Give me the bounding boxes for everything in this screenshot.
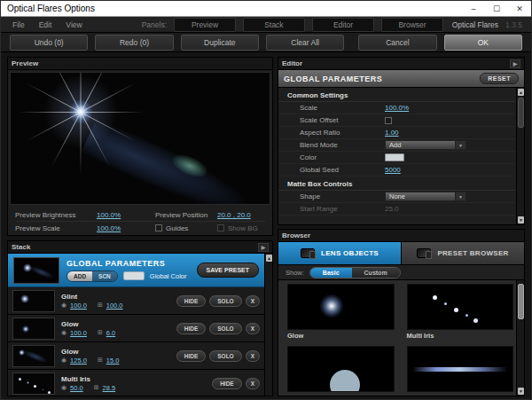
preview-scale-value[interactable]: 100.0% — [97, 224, 143, 232]
stack-header-label: Stack — [12, 243, 30, 251]
stack-item-info: Glow ◉ 100.0 ⊞ 6.0 — [61, 320, 170, 337]
lens-object-partial-2[interactable] — [407, 346, 514, 396]
redo-button[interactable]: Redo (0) — [95, 35, 173, 51]
basic-button[interactable]: Basic — [310, 268, 352, 278]
solo-button[interactable]: SOLO — [209, 295, 241, 307]
blend-mode-dropdown[interactable]: Add ▼ — [385, 140, 466, 150]
blend-add-button[interactable]: ADD — [67, 271, 92, 281]
hide-button[interactable]: HIDE — [176, 350, 207, 362]
blend-toggle[interactable]: ADD SCN — [66, 271, 118, 282]
panel-toggle-editor[interactable]: Editor — [312, 18, 374, 32]
show-bg-control[interactable]: Show BG — [217, 224, 258, 232]
cancel-button[interactable]: Cancel — [358, 35, 436, 51]
panel-toggle-preview[interactable]: Preview — [174, 18, 236, 32]
solo-button[interactable]: SOLO — [209, 350, 241, 362]
tab-lens-objects[interactable]: LENS OBJECTS — [278, 242, 401, 264]
hide-button[interactable]: HIDE — [212, 378, 242, 389]
scale-value[interactable]: 15.0 — [106, 357, 120, 365]
hide-button[interactable]: HIDE — [176, 323, 207, 334]
brightness-value[interactable]: 100.0 — [70, 302, 87, 310]
brightness-value[interactable]: 125.0 — [70, 357, 87, 365]
panel-toggle-browser[interactable]: Browser — [381, 18, 443, 32]
custom-button[interactable]: Custom — [352, 268, 400, 278]
maximize-button[interactable]: ☐ — [485, 1, 508, 17]
stack-item-name: Glint — [61, 293, 170, 301]
global-controls: ADD SCN Global Color — [66, 271, 190, 282]
guides-checkbox[interactable] — [155, 224, 162, 231]
save-preset-button[interactable]: SAVE PRESET — [197, 263, 260, 278]
basic-custom-toggle[interactable]: Basic Custom — [309, 267, 401, 278]
preview-brightness-label: Preview Brightness — [15, 211, 97, 219]
thumb-flare — [20, 294, 29, 303]
lens-object-thumbnail[interactable] — [287, 346, 395, 392]
tab-preset-browser[interactable]: PRESET BROWSER — [401, 242, 524, 264]
guides-control[interactable]: Guides — [155, 224, 217, 232]
menu-file[interactable]: File — [6, 19, 31, 31]
version-label: 1.3.5 — [505, 20, 522, 29]
stack-panel-menu-icon[interactable]: ▶ — [258, 243, 269, 252]
editor-panel-menu-icon[interactable]: ▶ — [510, 59, 520, 68]
editor-scrollbar[interactable]: ▲ ▼ — [516, 88, 524, 224]
stack-item-glint[interactable]: Glint ◉ 100.0 ⊞ 100.0 HIDE SOLO — [8, 287, 264, 315]
clear-all-button[interactable]: Clear All — [266, 35, 344, 51]
scale-value[interactable]: 6.0 — [106, 329, 115, 337]
left-column: Preview — [7, 57, 273, 396]
scale-value[interactable]: 28.5 — [103, 384, 116, 392]
global-seed-value[interactable]: 5000 — [385, 166, 401, 174]
preview-position-value[interactable]: 20.0 , 20.0 — [217, 211, 251, 219]
lens-icon — [301, 248, 315, 258]
lens-object-thumbnail[interactable] — [407, 284, 514, 330]
scrollbar-thumb[interactable] — [518, 284, 524, 319]
scroll-down-icon[interactable]: ▼ — [518, 388, 524, 395]
browser-scrollbar[interactable]: ▼ — [516, 280, 524, 396]
stack-body: GLOBAL PARAMETERS ADD SCN Global Color — [8, 254, 272, 396]
lens-object-partial-1[interactable] — [287, 346, 395, 396]
preview-panel: Preview — [7, 57, 273, 236]
menu-view[interactable]: View — [59, 19, 88, 31]
stack-scrollbar[interactable]: ▲ — [264, 254, 272, 396]
show-bg-checkbox[interactable] — [217, 224, 224, 231]
delete-button[interactable]: X — [246, 378, 260, 389]
lens-object-multi-iris[interactable]: Multi Iris — [407, 284, 514, 341]
stack-item-multi-iris[interactable]: Multi Iris ◉ 50.0 ⊞ 28.5 HIDE X — [8, 370, 264, 396]
panel-toggle-stack[interactable]: Stack — [243, 18, 305, 32]
solo-button[interactable]: SOLO — [209, 323, 241, 334]
window-title: Optical Flares Options — [7, 4, 462, 13]
shape-dropdown[interactable]: None ▼ — [385, 192, 466, 201]
preview-brightness-value[interactable]: 100.0% — [97, 211, 143, 219]
lens-object-glow[interactable]: Glow — [287, 284, 395, 341]
stack-item-glow-1[interactable]: Glow ◉ 100.0 ⊞ 6.0 HIDE SOLO — [8, 315, 264, 342]
stack-global-parameters-row[interactable]: GLOBAL PARAMETERS ADD SCN Global Color — [8, 254, 264, 287]
reset-button[interactable]: RESET — [480, 73, 519, 84]
close-button[interactable]: ✕ — [508, 1, 531, 17]
scale-value[interactable]: 100.0 — [106, 302, 123, 310]
minimize-button[interactable]: – — [462, 1, 485, 17]
ok-button[interactable]: OK — [444, 35, 522, 51]
undo-button[interactable]: Undo (0) — [10, 35, 88, 51]
lens-object-thumbnail[interactable] — [287, 284, 395, 330]
stack-item-thumbnail — [12, 345, 55, 367]
color-swatch[interactable] — [385, 153, 404, 161]
brightness-value[interactable]: 100.0 — [70, 329, 87, 337]
aspect-ratio-label: Aspect Ratio — [300, 129, 385, 137]
scrollbar-thumb[interactable] — [518, 98, 524, 128]
stack-item-values: ◉ 100.0 ⊞ 6.0 — [61, 329, 170, 337]
scroll-up-icon[interactable]: ▲ — [518, 89, 524, 96]
stack-item-glow-2[interactable]: Glow ◉ 125.0 ⊞ 15.0 HIDE SOLO — [8, 342, 264, 370]
duplicate-button[interactable]: Duplicate — [181, 35, 259, 51]
blend-scn-button[interactable]: SCN — [92, 271, 117, 281]
lens-object-thumbnail[interactable] — [407, 346, 514, 392]
global-color-swatch[interactable] — [123, 271, 145, 280]
brightness-value[interactable]: 50.0 — [70, 384, 83, 392]
preview-viewport[interactable] — [10, 72, 270, 205]
delete-button[interactable]: X — [246, 323, 260, 334]
hide-button[interactable]: HIDE — [176, 295, 207, 307]
scale-value[interactable]: 100.0% — [385, 104, 409, 112]
menu-edit[interactable]: Edit — [33, 19, 59, 31]
aspect-ratio-value[interactable]: 1.00 — [385, 129, 399, 137]
delete-button[interactable]: X — [246, 350, 260, 362]
delete-button[interactable]: X — [246, 295, 260, 307]
scroll-down-icon[interactable]: ▼ — [518, 216, 524, 224]
scroll-up-icon[interactable]: ▲ — [266, 255, 272, 262]
scale-offset-checkbox[interactable] — [385, 117, 392, 124]
